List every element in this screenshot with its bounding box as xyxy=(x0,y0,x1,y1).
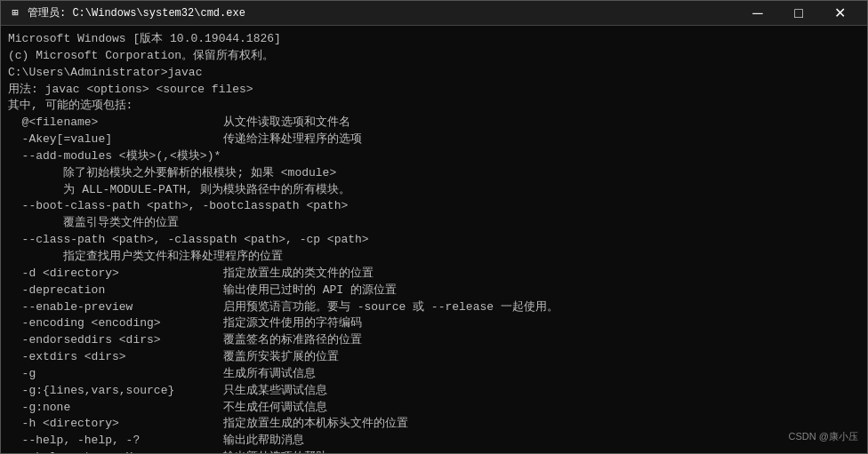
console-line: (c) Microsoft Corporation。保留所有权利。 xyxy=(8,48,860,65)
console-line: --enable-preview 启用预览语言功能。要与 -source 或 -… xyxy=(8,299,860,316)
console-line: -extdirs <dirs> 覆盖所安装扩展的位置 xyxy=(8,349,860,366)
console-line: -Akey[=value] 传递给注释处理程序的选项 xyxy=(8,131,860,148)
console-line: --help, -help, -? 输出此帮助消息 xyxy=(8,433,860,450)
minimize-button[interactable]: ─ xyxy=(737,1,778,26)
console-line: 用法: javac <options> <source files> xyxy=(8,82,860,99)
console-line: --add-modules <模块>(,<模块>)* xyxy=(8,148,860,165)
title-bar-left: ⊞ 管理员: C:\Windows\system32\cmd.exe xyxy=(8,5,245,20)
console-line: -d <directory> 指定放置生成的类文件的位置 xyxy=(8,266,860,283)
console-line: -g:none 不生成任何调试信息 xyxy=(8,400,860,417)
console-output[interactable]: Microsoft Windows [版本 10.0.19044.1826](c… xyxy=(1,26,867,453)
console-line: 其中, 可能的选项包括: xyxy=(8,98,860,115)
cmd-window: ⊞ 管理员: C:\Windows\system32\cmd.exe ─ □ ✕… xyxy=(0,0,868,454)
console-line: 指定查找用户类文件和注释处理程序的位置 xyxy=(8,249,860,266)
console-line: -encoding <encoding> 指定源文件使用的字符编码 xyxy=(8,315,860,332)
console-line: -deprecation 输出使用已过时的 API 的源位置 xyxy=(8,283,860,299)
maximize-button[interactable]: □ xyxy=(778,1,819,26)
watermark: CSDN @康小压 xyxy=(789,430,858,444)
console-line: -g:{lines,vars,source} 只生成某些调试信息 xyxy=(8,383,860,400)
title-bar: ⊞ 管理员: C:\Windows\system32\cmd.exe ─ □ ✕ xyxy=(1,1,867,26)
console-line: --boot-class-path <path>, -bootclasspath… xyxy=(8,198,860,215)
console-line: -g 生成所有调试信息 xyxy=(8,366,860,383)
console-line: C:\Users\Administrator>javac xyxy=(8,65,860,82)
console-line: 为 ALL-MODULE-PATH, 则为模块路径中的所有模块。 xyxy=(8,182,860,199)
console-line: -endorseddirs <dirs> 覆盖签名的标准路径的位置 xyxy=(8,332,860,349)
console-line: Microsoft Windows [版本 10.0.19044.1826] xyxy=(8,31,860,48)
close-button[interactable]: ✕ xyxy=(819,1,860,26)
console-line: -h <directory> 指定放置生成的本机标头文件的位置 xyxy=(8,416,860,433)
console-line: --help-extra, -X 输出额外选项的帮助 xyxy=(8,450,860,453)
console-line: --class-path <path>, -classpath <path>, … xyxy=(8,232,860,249)
console-line: 除了初始模块之外要解析的根模块; 如果 <module> xyxy=(8,165,860,182)
console-line: @<filename> 从文件读取选项和文件名 xyxy=(8,115,860,131)
window-controls: ─ □ ✕ xyxy=(737,1,860,26)
cmd-icon: ⊞ xyxy=(8,6,22,20)
console-line: 覆盖引导类文件的位置 xyxy=(8,215,860,232)
window-title: 管理员: C:\Windows\system32\cmd.exe xyxy=(28,5,245,20)
